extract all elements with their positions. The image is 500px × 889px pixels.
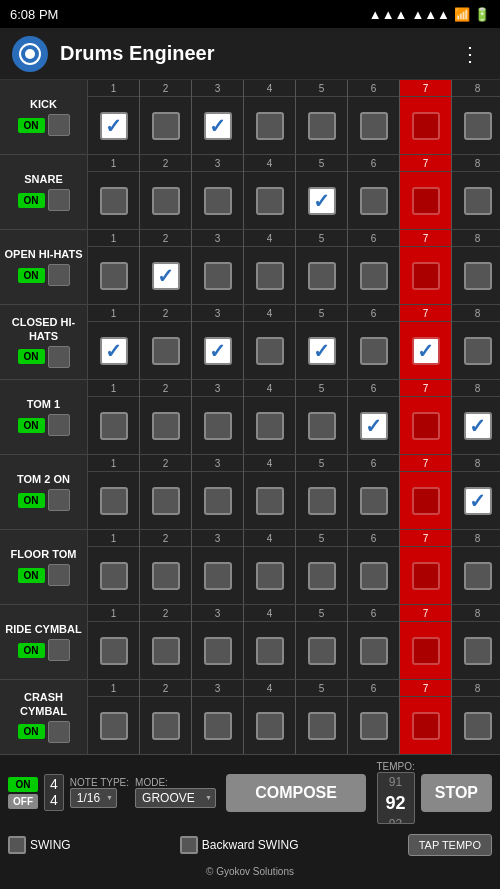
on-button-kick[interactable]: ON bbox=[18, 118, 45, 133]
checkbox-floor-tom-7[interactable] bbox=[464, 562, 492, 590]
on-button-floor-tom[interactable]: ON bbox=[18, 568, 45, 583]
note-type-selector[interactable]: 1/16 bbox=[70, 788, 117, 808]
checkbox-tom1-4[interactable] bbox=[308, 412, 336, 440]
on-button-crash-cymbal[interactable]: ON bbox=[18, 724, 45, 739]
on-button-ride-cymbal[interactable]: ON bbox=[18, 643, 45, 658]
on-button-open-hi-hats[interactable]: ON bbox=[18, 268, 45, 283]
checkbox-closed-hi-hats-2[interactable] bbox=[204, 337, 232, 365]
checkbox-ride-cymbal-6[interactable] bbox=[412, 637, 440, 665]
checkbox-tom1-6[interactable] bbox=[412, 412, 440, 440]
checkbox-ride-cymbal-0[interactable] bbox=[100, 637, 128, 665]
checkbox-snare-1[interactable] bbox=[152, 187, 180, 215]
checkbox-ride-cymbal-3[interactable] bbox=[256, 637, 284, 665]
checkbox-open-hi-hats-0[interactable] bbox=[100, 262, 128, 290]
checkbox-ride-cymbal-5[interactable] bbox=[360, 637, 388, 665]
checkbox-open-hi-hats-1[interactable] bbox=[152, 262, 180, 290]
checkbox-kick-1[interactable] bbox=[152, 112, 180, 140]
checkbox-floor-tom-3[interactable] bbox=[256, 562, 284, 590]
checkbox-floor-tom-6[interactable] bbox=[412, 562, 440, 590]
checkbox-kick-0[interactable] bbox=[100, 112, 128, 140]
checkbox-crash-cymbal-7[interactable] bbox=[464, 712, 492, 740]
small-control-tom1[interactable] bbox=[48, 414, 70, 436]
checkbox-closed-hi-hats-6[interactable] bbox=[412, 337, 440, 365]
checkbox-floor-tom-0[interactable] bbox=[100, 562, 128, 590]
small-control-tom2[interactable] bbox=[48, 489, 70, 511]
checkbox-tom2-4[interactable] bbox=[308, 487, 336, 515]
checkbox-floor-tom-5[interactable] bbox=[360, 562, 388, 590]
small-control-open-hi-hats[interactable] bbox=[48, 264, 70, 286]
checkbox-snare-5[interactable] bbox=[360, 187, 388, 215]
backward-swing-checkbox[interactable] bbox=[180, 836, 198, 854]
small-control-crash-cymbal[interactable] bbox=[48, 721, 70, 743]
checkbox-open-hi-hats-6[interactable] bbox=[412, 262, 440, 290]
checkbox-crash-cymbal-4[interactable] bbox=[308, 712, 336, 740]
checkbox-tom2-1[interactable] bbox=[152, 487, 180, 515]
checkbox-kick-6[interactable] bbox=[412, 112, 440, 140]
on-button-snare[interactable]: ON bbox=[18, 193, 45, 208]
menu-icon[interactable]: ⋮ bbox=[452, 38, 488, 70]
checkbox-snare-3[interactable] bbox=[256, 187, 284, 215]
checkbox-crash-cymbal-5[interactable] bbox=[360, 712, 388, 740]
checkbox-tom2-2[interactable] bbox=[204, 487, 232, 515]
checkbox-ride-cymbal-1[interactable] bbox=[152, 637, 180, 665]
checkbox-closed-hi-hats-1[interactable] bbox=[152, 337, 180, 365]
tap-tempo-button[interactable]: TAP TEMPO bbox=[408, 834, 492, 856]
checkbox-tom2-3[interactable] bbox=[256, 487, 284, 515]
checkbox-tom1-1[interactable] bbox=[152, 412, 180, 440]
checkbox-crash-cymbal-1[interactable] bbox=[152, 712, 180, 740]
small-control-floor-tom[interactable] bbox=[48, 564, 70, 586]
checkbox-closed-hi-hats-3[interactable] bbox=[256, 337, 284, 365]
small-control-ride-cymbal[interactable] bbox=[48, 639, 70, 661]
checkbox-ride-cymbal-4[interactable] bbox=[308, 637, 336, 665]
small-control-closed-hi-hats[interactable] bbox=[48, 346, 70, 368]
checkbox-crash-cymbal-2[interactable] bbox=[204, 712, 232, 740]
checkbox-closed-hi-hats-5[interactable] bbox=[360, 337, 388, 365]
checkbox-tom2-5[interactable] bbox=[360, 487, 388, 515]
checkbox-crash-cymbal-6[interactable] bbox=[412, 712, 440, 740]
checkbox-tom2-7[interactable] bbox=[464, 487, 492, 515]
checkbox-floor-tom-2[interactable] bbox=[204, 562, 232, 590]
checkbox-ride-cymbal-2[interactable] bbox=[204, 637, 232, 665]
checkbox-snare-4[interactable] bbox=[308, 187, 336, 215]
global-off-button[interactable]: OFF bbox=[8, 794, 38, 809]
checkbox-floor-tom-1[interactable] bbox=[152, 562, 180, 590]
compose-button[interactable]: COMPOSE bbox=[226, 774, 367, 812]
checkbox-tom1-0[interactable] bbox=[100, 412, 128, 440]
checkbox-snare-2[interactable] bbox=[204, 187, 232, 215]
swing-checkbox[interactable] bbox=[8, 836, 26, 854]
checkbox-snare-0[interactable] bbox=[100, 187, 128, 215]
checkbox-kick-4[interactable] bbox=[308, 112, 336, 140]
checkbox-closed-hi-hats-0[interactable] bbox=[100, 337, 128, 365]
on-button-tom1[interactable]: ON bbox=[18, 418, 45, 433]
checkbox-open-hi-hats-2[interactable] bbox=[204, 262, 232, 290]
checkbox-crash-cymbal-0[interactable] bbox=[100, 712, 128, 740]
checkbox-open-hi-hats-4[interactable] bbox=[308, 262, 336, 290]
checkbox-crash-cymbal-3[interactable] bbox=[256, 712, 284, 740]
on-button-closed-hi-hats[interactable]: ON bbox=[18, 349, 45, 364]
checkbox-tom1-5[interactable] bbox=[360, 412, 388, 440]
tempo-scroller[interactable]: 91 92 93 bbox=[377, 772, 415, 824]
checkbox-open-hi-hats-7[interactable] bbox=[464, 262, 492, 290]
checkbox-tom2-0[interactable] bbox=[100, 487, 128, 515]
on-button-tom2[interactable]: ON bbox=[18, 493, 45, 508]
global-on-button[interactable]: ON bbox=[8, 777, 38, 792]
checkbox-snare-7[interactable] bbox=[464, 187, 492, 215]
checkbox-tom1-3[interactable] bbox=[256, 412, 284, 440]
checkbox-closed-hi-hats-4[interactable] bbox=[308, 337, 336, 365]
checkbox-ride-cymbal-7[interactable] bbox=[464, 637, 492, 665]
small-control-kick[interactable] bbox=[48, 114, 70, 136]
checkbox-kick-3[interactable] bbox=[256, 112, 284, 140]
checkbox-snare-6[interactable] bbox=[412, 187, 440, 215]
checkbox-kick-2[interactable] bbox=[204, 112, 232, 140]
checkbox-open-hi-hats-3[interactable] bbox=[256, 262, 284, 290]
checkbox-kick-5[interactable] bbox=[360, 112, 388, 140]
stop-button[interactable]: STOP bbox=[421, 774, 492, 812]
checkbox-tom2-6[interactable] bbox=[412, 487, 440, 515]
checkbox-kick-7[interactable] bbox=[464, 112, 492, 140]
mode-selector[interactable]: GROOVE bbox=[135, 788, 216, 808]
small-control-snare[interactable] bbox=[48, 189, 70, 211]
checkbox-closed-hi-hats-7[interactable] bbox=[464, 337, 492, 365]
checkbox-tom1-2[interactable] bbox=[204, 412, 232, 440]
checkbox-floor-tom-4[interactable] bbox=[308, 562, 336, 590]
checkbox-tom1-7[interactable] bbox=[464, 412, 492, 440]
